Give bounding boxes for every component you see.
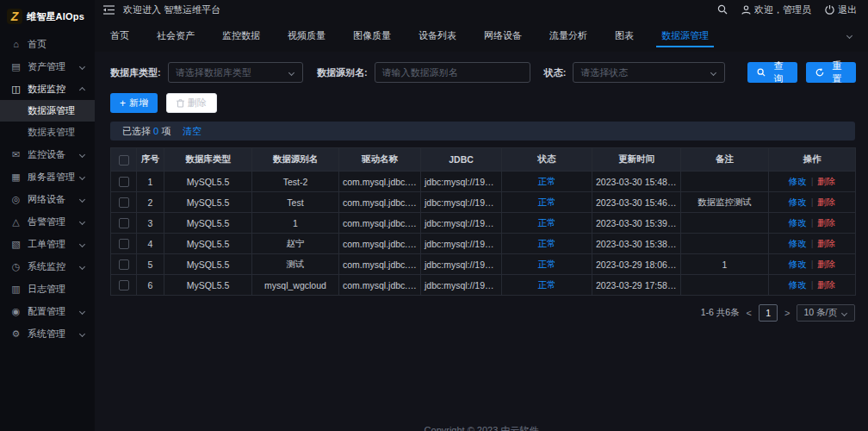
edit-link[interactable]: 修改 (789, 197, 807, 207)
db-type-placeholder: 请选择数据库类型 (176, 66, 251, 79)
edit-link[interactable]: 修改 (789, 176, 807, 186)
selection-bar: 已选择 0 项 清空 (110, 122, 855, 141)
tab[interactable]: 流量分析 (549, 19, 587, 52)
sidebar-item-assets[interactable]: ▤资产管理 (0, 55, 95, 78)
delete-link[interactable]: 删除 (817, 197, 835, 207)
tab[interactable]: 视频质量 (288, 19, 326, 52)
chevron-down-icon (79, 218, 85, 224)
edit-link[interactable]: 修改 (789, 259, 807, 269)
logo[interactable]: Z 维智星AIOps (0, 5, 95, 33)
edit-link[interactable]: 修改 (789, 279, 807, 290)
chevron-up-icon (79, 87, 85, 93)
sidebar-item-alarm[interactable]: △告警管理 (0, 210, 95, 233)
home-icon: ⌂ (10, 39, 22, 49)
sidebar-subitem[interactable]: 数据表管理 (0, 122, 95, 143)
delete-link[interactable]: 删除 (817, 176, 835, 186)
delete-link[interactable]: 删除 (817, 279, 835, 290)
menu-fold-icon[interactable] (103, 5, 115, 15)
add-button[interactable]: + 新增 (110, 93, 158, 113)
tab[interactable]: 设备列表 (418, 19, 456, 52)
sidebar-item-label: 告警管理 (28, 216, 80, 228)
chevron-down-icon (79, 330, 85, 336)
tab[interactable]: 首页 (110, 19, 129, 52)
table-row: 3MySQL5.51com.mysql.jdbc.Driverjdbc:mysq… (111, 213, 856, 234)
sidebar-subitem[interactable]: 数据源管理 (0, 100, 95, 122)
status-select[interactable]: 请选择状态 (573, 62, 725, 83)
query-button[interactable]: 查询 (747, 62, 797, 83)
select-all-checkbox[interactable] (119, 155, 129, 166)
sidebar-item-server[interactable]: ▦服务器管理 (0, 166, 95, 188)
user-menu[interactable]: 欢迎，管理员 (741, 3, 811, 16)
column-header: 操作 (769, 148, 856, 172)
sidebar-item-ticket[interactable]: ▧工单管理 (0, 233, 95, 255)
chevron-down-icon (79, 263, 85, 269)
next-page-button[interactable]: > (784, 308, 790, 318)
cell-jdbc: jdbc:mysql://192.168.6.2... (421, 172, 502, 192)
logout-icon (825, 5, 834, 15)
cell-remark (681, 234, 769, 254)
row-checkbox[interactable] (119, 280, 129, 290)
config-icon: ◉ (10, 306, 22, 317)
sidebar-item-label: 监控设备 (28, 148, 80, 161)
table-row: 2MySQL5.5Testcom.mysql.jdbc.Driverjdbc:m… (111, 192, 856, 213)
refresh-icon (815, 68, 824, 77)
sidebar-item-monitor[interactable]: ◫数据监控 (0, 78, 95, 100)
row-checkbox[interactable] (119, 177, 129, 187)
delete-link[interactable]: 删除 (817, 217, 835, 228)
logo-title: 维智星AIOps (27, 10, 84, 23)
page-number-button[interactable]: 1 (759, 304, 778, 322)
delete-link[interactable]: 删除 (817, 259, 835, 269)
tab[interactable]: 网络设备 (484, 19, 522, 52)
reset-button[interactable]: 重置 (806, 62, 856, 83)
row-checkbox[interactable] (119, 197, 129, 208)
tab[interactable]: 社会资产 (157, 19, 195, 52)
chevron-down-icon (79, 63, 85, 69)
edit-link[interactable]: 修改 (789, 238, 807, 248)
sidebar-item-network[interactable]: ◎网络设备 (0, 188, 95, 210)
main-area: 欢迎进入 智慧运维平台 欢迎，管理员 退出 首页社会资产监控数据视频质量图像质量… (95, 0, 868, 431)
sidebar-item-label: 资产管理 (28, 60, 80, 73)
sidebar-item-label: 日志管理 (28, 283, 86, 296)
sidebar-item-home[interactable]: ⌂首页 (0, 33, 95, 55)
sidebar-item-log[interactable]: ▥日志管理 (0, 278, 95, 300)
table-row: 1MySQL5.5Test-2com.mysql.jdbc.Driverjdbc… (111, 172, 856, 192)
delete-button[interactable]: 删除 (166, 93, 217, 113)
sidebar-item-label: 网络设备 (28, 193, 80, 206)
row-checkbox[interactable] (119, 239, 129, 249)
page-size-select[interactable]: 10 条/页 (797, 304, 855, 322)
cell-remark (681, 213, 769, 234)
filter-bar: 数据库类型: 请选择数据库类型 数据源别名: 请输入数据源别名 状态: 请选择状… (110, 62, 856, 83)
sysmon-icon: ◷ (10, 261, 22, 272)
sidebar-item-config[interactable]: ◉配置管理 (0, 300, 95, 322)
tab[interactable]: 图像质量 (353, 19, 391, 52)
chevron-down-icon (841, 309, 847, 315)
assets-icon: ▤ (10, 61, 22, 72)
edit-link[interactable]: 修改 (789, 217, 807, 228)
sidebar-item-sysmon[interactable]: ◷系统监控 (0, 255, 95, 278)
tab[interactable]: 数据源管理 (661, 19, 709, 52)
logo-z-icon: Z (7, 9, 22, 24)
cell-remark: 数据监控测试 (681, 192, 769, 213)
logout-button[interactable]: 退出 (825, 3, 857, 16)
table-header-row: 序号数据库类型数据源别名驱动名称JDBC状态更新时间备注操作 (111, 148, 856, 172)
sidebar-item-settings[interactable]: ⚙系统管理 (0, 322, 95, 345)
search-icon[interactable] (717, 4, 728, 15)
cell-updated: 2023-03-30 15:48:07 (592, 172, 681, 192)
tab[interactable]: 监控数据 (222, 19, 260, 52)
user-icon (741, 5, 751, 15)
sidebar-item-label: 数据监控 (28, 83, 80, 96)
sidebar-item-device[interactable]: ✉监控设备 (0, 143, 95, 166)
sidebar-item-label: 服务器管理 (28, 171, 80, 184)
clear-selection-link[interactable]: 清空 (183, 125, 202, 138)
prev-page-button[interactable]: < (747, 308, 752, 318)
chevron-down-icon (79, 173, 85, 179)
delete-link[interactable]: 删除 (817, 238, 835, 248)
tab[interactable]: 图表 (615, 19, 634, 52)
page-size-value: 10 条/页 (803, 307, 837, 319)
db-type-select[interactable]: 请选择数据库类型 (168, 62, 303, 83)
column-header: 更新时间 (592, 148, 681, 172)
row-checkbox[interactable] (119, 218, 129, 228)
row-checkbox[interactable] (119, 259, 129, 270)
alias-input[interactable]: 请输入数据源别名 (375, 62, 530, 83)
tabs-chevron-down-icon[interactable] (846, 32, 852, 38)
